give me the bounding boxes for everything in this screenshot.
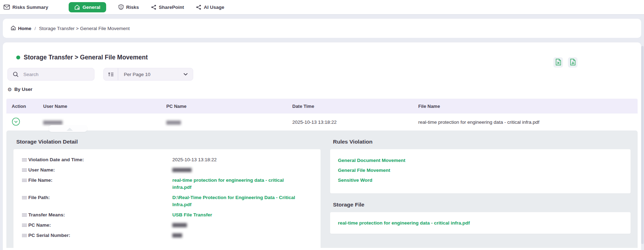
field-label: File Path:	[28, 194, 172, 201]
per-page-value: Per Page 10	[124, 72, 183, 77]
field-value-redacted: ██████	[172, 222, 297, 229]
collapse-row-button[interactable]	[12, 118, 20, 126]
file-name-cell: real-time protection for engineering dat…	[418, 120, 638, 125]
rule-link[interactable]: General File Movement	[338, 168, 623, 173]
file-path-value: D:\Real-Time Protection for Engineering …	[172, 194, 297, 208]
field-lines-icon	[22, 232, 28, 239]
breadcrumb-separator: /	[35, 26, 36, 31]
column-header-file-name: File Name	[418, 104, 638, 109]
field-label: PC Name:	[28, 222, 172, 229]
field-value: 2025-10-13 13:18:22	[172, 156, 297, 163]
field-lines-icon	[22, 211, 28, 219]
field-lines-icon	[22, 177, 28, 184]
page-title: Storage Transfer > General File Movement	[24, 54, 148, 61]
column-header-pc-name: PC Name	[166, 104, 292, 109]
detail-field-pc-name: PC Name: ██████	[22, 222, 312, 229]
detail-field-file-path: File Path: D:\Real-Time Protection for E…	[22, 194, 312, 208]
home-icon	[11, 25, 16, 31]
status-dot	[16, 56, 20, 59]
rule-link[interactable]: General Document Movement	[338, 158, 623, 163]
export-pdf-button[interactable]	[568, 57, 577, 68]
per-page-select[interactable]: Per Page 10	[103, 68, 193, 81]
gear-icon: ⚙	[7, 87, 12, 92]
shield-alert-icon	[118, 4, 124, 10]
nav-item-general[interactable]: General	[69, 2, 106, 12]
date-time-cell: 2025-10-13 13:18:22	[292, 120, 418, 125]
section-title: Rules Violation	[330, 139, 631, 145]
chevron-down-circle-icon	[12, 117, 20, 127]
top-navbar: Risks Summary General Risks	[0, 0, 644, 14]
breadcrumb-home-label: Home	[18, 26, 31, 31]
share-icon	[151, 5, 156, 10]
pc-name-redacted: ██████	[166, 121, 180, 124]
field-label: User Name:	[28, 167, 172, 174]
transfer-means-value: USB File Transfer	[172, 211, 297, 219]
rule-link[interactable]: Sensitive Word	[338, 178, 623, 183]
section-title: Storage File	[330, 202, 631, 208]
nav-item-label: AI Usage	[204, 5, 224, 10]
detail-field-file-name: File Name: real-time protection for engi…	[22, 177, 312, 191]
table-row[interactable]: ████████ ██████ 2025-10-13 13:18:22 real…	[6, 114, 638, 130]
pdf-file-icon	[570, 59, 576, 66]
search-box	[7, 68, 94, 81]
file-name-link[interactable]: real-time protection for engineering dat…	[172, 177, 297, 191]
detail-field-transfer-means: Transfer Means: USB File Transfer	[22, 211, 312, 219]
spacer	[0, 38, 644, 42]
detail-field-violation-datetime: Violation Date and Time: 2025-10-13 13:1…	[22, 156, 312, 163]
detail-field-user-name: User Name: ████████	[22, 167, 312, 174]
breadcrumb-home-link[interactable]: Home	[11, 25, 31, 31]
export-excel-button[interactable]	[553, 57, 563, 68]
breadcrumb: Home / Storage Transfer > General File M…	[3, 19, 641, 38]
toolbar: Per Page 10	[6, 68, 638, 81]
detail-field-pc-serial: PC Serial Number: ████	[22, 232, 312, 239]
export-buttons	[553, 57, 577, 68]
field-label: PC Serial Number:	[28, 232, 172, 239]
group-by-indicator: ⚙ By User	[6, 87, 638, 92]
group-by-label: By User	[15, 87, 33, 92]
app-root: Risks Summary General Risks	[0, 0, 644, 250]
results-table: Action User Name PC Name Date Time File …	[6, 99, 638, 248]
expanded-panel-notch	[67, 128, 73, 131]
nav-item-sharepoint[interactable]: SharePoint	[151, 5, 184, 10]
rules-violation-section: Rules Violation General Document Movemen…	[330, 130, 631, 248]
expanded-row-detail: Storage Violation Detail Violation Date …	[6, 130, 638, 248]
field-lines-icon	[22, 167, 28, 174]
rules-violation-card: General Document Movement General File M…	[330, 149, 631, 193]
column-header-action: Action	[6, 104, 43, 109]
user-name-redacted: ████████	[43, 121, 62, 124]
field-value-redacted: ████	[172, 232, 297, 239]
search-input[interactable]	[23, 72, 94, 77]
field-lines-icon	[22, 194, 28, 201]
storage-file-link[interactable]: real-time protection for engineering dat…	[338, 220, 470, 226]
list-sort-icon	[104, 72, 118, 77]
spacer	[0, 14, 644, 19]
field-lines-icon	[22, 222, 28, 229]
storage-violation-card: Violation Date and Time: 2025-10-13 13:1…	[13, 149, 321, 248]
nav-item-ai-usage[interactable]: AI Usage	[196, 5, 224, 10]
column-header-user-name: User Name	[43, 104, 166, 109]
divider	[118, 68, 118, 80]
column-header-date-time: Date Time	[292, 104, 418, 109]
field-lines-icon	[22, 156, 28, 163]
home-icon	[74, 5, 80, 10]
nav-item-risks-summary[interactable]: Risks Summary	[4, 5, 48, 10]
breadcrumb-current-path: Storage Transfer > General File Movement	[39, 26, 130, 31]
main-content-panel: Storage Transfer > General File Movement	[3, 42, 641, 250]
envelope-icon	[4, 5, 10, 10]
field-label: Transfer Means:	[28, 211, 172, 219]
nav-item-label: Risks Summary	[12, 5, 48, 10]
search-icon	[8, 71, 23, 77]
chevron-down-icon	[183, 73, 188, 76]
storage-file-card: real-time protection for engineering dat…	[330, 212, 631, 234]
section-title: Storage Violation Detail	[13, 139, 321, 145]
nav-item-risks[interactable]: Risks	[118, 4, 139, 10]
share-icon	[196, 5, 201, 10]
nav-item-label: General	[82, 5, 100, 10]
vertical-scrollbar[interactable]	[641, 46, 644, 244]
field-label: Violation Date and Time:	[28, 156, 172, 163]
field-value-redacted: ████████	[172, 167, 297, 174]
table-header-row: Action User Name PC Name Date Time File …	[6, 99, 638, 114]
excel-file-icon	[556, 59, 561, 66]
storage-violation-section: Storage Violation Detail Violation Date …	[13, 130, 321, 248]
nav-item-label: Risks	[126, 5, 139, 10]
